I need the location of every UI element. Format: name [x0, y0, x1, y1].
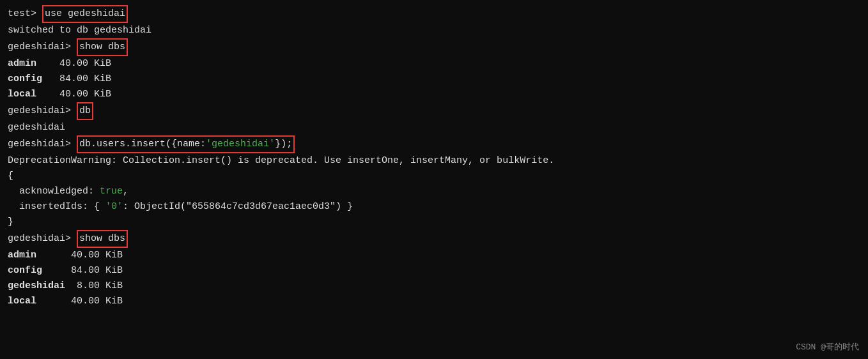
- cmd-15: show dbs: [77, 230, 128, 248]
- db-name-19: local: [8, 294, 36, 309]
- line-16: admin 40.00 KiB: [8, 248, 860, 263]
- prompt-3: gedeshidai>: [8, 40, 77, 55]
- prompt-9: gedeshidai>: [8, 137, 77, 152]
- line-18: gedeshidai 8.00 KiB: [8, 279, 860, 294]
- prompt-7: gedeshidai>: [8, 103, 77, 119]
- db-name-6: local: [8, 87, 36, 102]
- db-size-5: 84.00 KiB: [42, 72, 111, 87]
- line-2: switched to db gedeshidai: [8, 23, 860, 38]
- output-13c: : ObjectId("655864c7cd3d67eac1aec0d3") }: [123, 199, 353, 215]
- db-name-16: admin: [8, 248, 36, 263]
- line-10: DeprecationWarning: Collection.insert() …: [8, 153, 860, 169]
- line-19: local 40.00 KiB: [8, 294, 860, 309]
- db-size-19: 40.00 KiB: [36, 294, 123, 309]
- output-13b: '0': [105, 199, 123, 215]
- line-1: test> use gedeshidai: [8, 5, 860, 23]
- prompt-1: test>: [8, 6, 42, 22]
- watermark: CSDN @哥的时代: [796, 341, 859, 353]
- line-15: gedeshidai> show dbs: [8, 230, 860, 248]
- db-size-18: 8.00 KiB: [65, 279, 123, 294]
- db-name-5: config: [8, 72, 42, 87]
- output-12a: acknowledged:: [8, 184, 100, 199]
- output-12c: ,: [123, 184, 128, 199]
- db-name-4: admin: [8, 56, 36, 72]
- output-10: DeprecationWarning: Collection.insert() …: [8, 153, 554, 169]
- cmd-1: use gedeshidai: [42, 5, 128, 23]
- line-12: acknowledged: true,: [8, 184, 860, 199]
- line-14: }: [8, 215, 860, 230]
- line-9: gedeshidai> db.users.insert({name:'gedes…: [8, 135, 860, 153]
- terminal: test> use gedeshidai switched to db gede…: [0, 0, 868, 359]
- output-14: }: [8, 215, 13, 230]
- cmd-9: db.users.insert({name:'gedeshidai'});: [77, 135, 295, 153]
- db-name-17: config: [8, 263, 42, 279]
- output-8: gedeshidai: [8, 120, 65, 135]
- line-5: config 84.00 KiB: [8, 72, 860, 87]
- line-8: gedeshidai: [8, 120, 860, 135]
- cmd-3: show dbs: [77, 38, 128, 56]
- line-6: local 40.00 KiB: [8, 87, 860, 102]
- line-11: {: [8, 169, 860, 184]
- db-size-16: 40.00 KiB: [36, 248, 123, 263]
- output-12b: true: [100, 184, 123, 199]
- db-name-18: gedeshidai: [8, 279, 65, 294]
- line-7: gedeshidai> db: [8, 102, 860, 120]
- line-4: admin 40.00 KiB: [8, 56, 860, 72]
- line-13: insertedIds: { '0': ObjectId("655864c7cd…: [8, 199, 860, 215]
- output-11: {: [8, 169, 13, 184]
- output-13a: insertedIds: {: [8, 199, 105, 215]
- line-3: gedeshidai> show dbs: [8, 38, 860, 56]
- db-size-17: 84.00 KiB: [42, 263, 123, 279]
- prompt-15: gedeshidai>: [8, 231, 77, 247]
- db-size-6: 40.00 KiB: [36, 87, 111, 102]
- db-size-4: 40.00 KiB: [36, 56, 111, 72]
- line-17: config 84.00 KiB: [8, 263, 860, 279]
- cmd-7: db: [77, 102, 93, 120]
- output-2: switched to db gedeshidai: [8, 23, 151, 38]
